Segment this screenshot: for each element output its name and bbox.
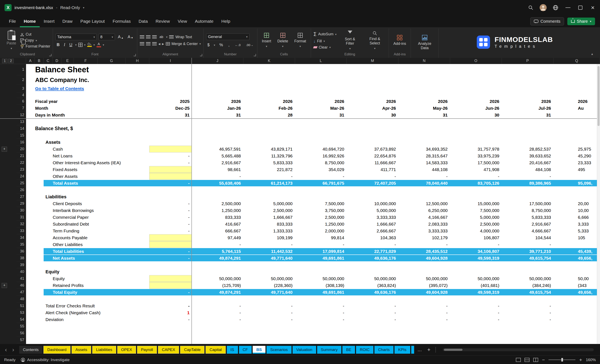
cell-input[interactable]	[149, 234, 192, 241]
row-number[interactable]: 3	[17, 85, 26, 92]
cell-value[interactable]: -	[149, 302, 192, 309]
cell-label[interactable]: Total Assets	[26, 180, 149, 187]
row-number[interactable]: 55	[17, 323, 26, 330]
cell-value-clipped[interactable]	[553, 309, 600, 316]
zoom-level[interactable]: 160%	[586, 358, 596, 362]
cell-value[interactable]: 50,000,000	[502, 275, 553, 282]
cell-value[interactable]: -	[149, 214, 192, 221]
cell-value-clipped[interactable]	[553, 111, 600, 118]
row-number[interactable]: 40	[17, 268, 26, 275]
column-header-C[interactable]: C	[44, 58, 53, 64]
decrease-indent-icon[interactable]: ◀	[158, 42, 160, 46]
cell-value[interactable]: 2,500,000	[243, 207, 295, 214]
cell-value[interactable]: Mar-26	[295, 105, 347, 111]
cell-value[interactable]: 5,000,000	[450, 214, 502, 221]
cell-value[interactable]: 2026	[347, 98, 398, 105]
column-header-K[interactable]: K	[243, 58, 295, 64]
delete-cells-button[interactable]: Delete ▾	[275, 32, 290, 49]
cell-value-clipped[interactable]: 45,439,	[553, 248, 600, 255]
cell-value[interactable]: -	[347, 309, 398, 316]
cell-value[interactable]: 1,250,000	[192, 207, 243, 214]
cell-value[interactable]: 49,771,640	[243, 289, 295, 296]
cell-value-clipped[interactable]: 45,290	[553, 153, 600, 159]
cell-value[interactable]: -	[243, 309, 295, 316]
sheet-tab-kpis[interactable]: KPIs	[394, 346, 410, 354]
cell-value[interactable]: 2,083,333	[398, 221, 450, 228]
dialog-launcher-icon[interactable]	[254, 54, 256, 56]
cell-value[interactable]: 833,333	[192, 214, 243, 221]
row-number[interactable]: 7	[17, 105, 26, 111]
cell-value[interactable]: 55,638,406	[192, 180, 243, 187]
cell-value[interactable]: 49,604,928	[398, 289, 450, 296]
cell-value[interactable]: 2026	[398, 98, 450, 105]
cell-value[interactable]: 416,667	[192, 221, 243, 228]
page-break-view-button[interactable]	[533, 358, 538, 362]
cell-value[interactable]: 106,807	[450, 234, 502, 241]
cell-value[interactable]: 8,750,000	[295, 159, 347, 166]
sheet-tab-clipped[interactable]	[411, 346, 414, 354]
cell-value[interactable]: -	[398, 241, 450, 248]
cell-label[interactable]: Net Loans	[26, 153, 149, 159]
cell-value[interactable]: 104,544	[502, 234, 553, 241]
format-cells-button[interactable]: Format ▾	[292, 32, 308, 49]
cell-value[interactable]: 7,500,000	[450, 207, 502, 214]
cell-value[interactable]: 2,666,667	[347, 228, 398, 234]
cell-label[interactable]: Total Error Checks Result	[26, 302, 149, 309]
row-number[interactable]: 31	[17, 214, 26, 221]
cell-value[interactable]: 28,315,647	[398, 153, 450, 159]
cell-value[interactable]: 89,386,965	[502, 180, 553, 187]
chevron-down-icon[interactable]: ▾	[214, 43, 215, 47]
cell-value[interactable]: 50,000,000	[398, 275, 450, 282]
cell-value[interactable]: 3,333,333	[347, 214, 398, 221]
cell-value[interactable]: -	[398, 316, 450, 323]
cell-value[interactable]: 46,957,591	[192, 146, 243, 153]
row-number[interactable]: 36	[17, 248, 26, 255]
cell-value[interactable]: -	[149, 255, 192, 262]
sheet-tab-liabilities[interactable]: Liabilities	[92, 346, 116, 354]
sheet-tab-captable[interactable]: CapTable	[180, 346, 205, 354]
cell-value-clipped[interactable]: 105	[553, 234, 600, 241]
cell-value[interactable]: 78,040,440	[398, 180, 450, 187]
row-number[interactable]: 32	[17, 221, 26, 228]
dialog-launcher-icon[interactable]	[49, 54, 51, 56]
zoom-slider-thumb[interactable]	[561, 358, 563, 362]
cell-value[interactable]: 20,416,667	[502, 159, 553, 166]
cell-value[interactable]: 34,106,807	[450, 248, 502, 255]
sheet-tab-cf[interactable]: CF	[239, 346, 252, 354]
autosum-button[interactable]: Σ AutoSum ▾	[313, 31, 337, 37]
cell-value[interactable]: -	[243, 316, 295, 323]
cell-value[interactable]: -	[398, 309, 450, 316]
cell-value[interactable]: -	[502, 316, 553, 323]
cell-value[interactable]: 49,604,928	[398, 255, 450, 262]
cell-value-clipped[interactable]: 49,656,	[553, 289, 600, 296]
cell-value[interactable]: -	[502, 241, 553, 248]
cell-value[interactable]: 31	[295, 111, 347, 118]
outline-expand-button[interactable]: +	[2, 283, 7, 288]
cell-value[interactable]: 30	[450, 111, 502, 118]
merge-center-button[interactable]: Merge & Center ▾	[166, 42, 201, 46]
row-number[interactable]: 29	[17, 200, 26, 207]
cell-value[interactable]: -	[398, 173, 450, 180]
chevron-down-icon[interactable]: ▾	[83, 6, 84, 9]
sheet-tab-opex[interactable]: OPEX	[117, 346, 136, 354]
cell-value[interactable]: 4,000,000	[450, 228, 502, 234]
cell-value[interactable]: 30	[347, 111, 398, 118]
chevron-down-icon[interactable]: ▾	[84, 43, 86, 46]
cell-value[interactable]: 22,654,876	[347, 153, 398, 159]
cell-value[interactable]: 471,908	[450, 166, 502, 173]
sort-filter-button[interactable]: Sort & Filter ▾	[339, 30, 361, 51]
normal-view-button[interactable]	[516, 358, 521, 362]
row-number[interactable]: 47	[17, 289, 26, 296]
cell-value[interactable]: -	[149, 159, 192, 166]
row-number[interactable]: 51	[17, 302, 26, 309]
decrease-decimal-button[interactable]: .00→	[245, 43, 255, 47]
vertical-scrollbar-thumb[interactable]	[598, 66, 600, 126]
cell-value[interactable]: 61,214,173	[243, 180, 295, 187]
cell-value[interactable]: Dec-25	[149, 105, 192, 111]
cell-value[interactable]: 104,363	[347, 234, 398, 241]
outline-expand-button[interactable]: +	[2, 147, 7, 152]
cell-value[interactable]: 1,333,333	[243, 228, 295, 234]
tab-splitter-handle[interactable]	[435, 347, 436, 352]
align-middle-icon[interactable]	[146, 35, 150, 39]
cell-value[interactable]: 2,500,000	[295, 214, 347, 221]
